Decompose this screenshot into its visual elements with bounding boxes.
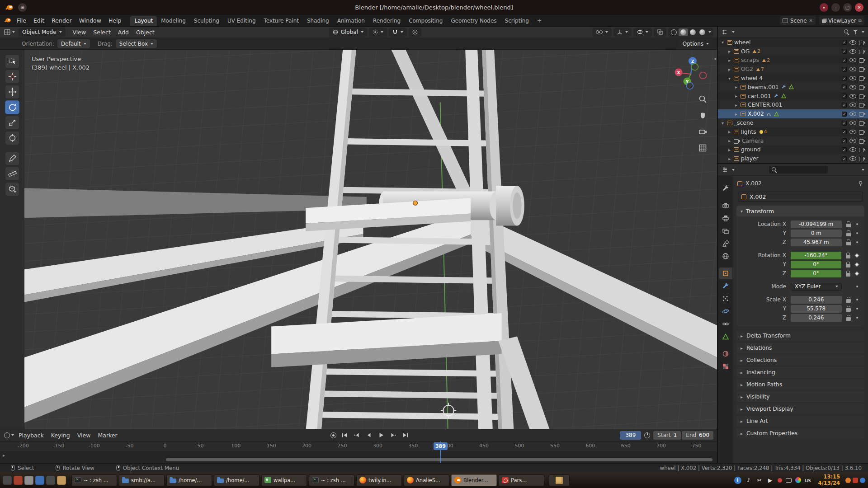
workspace-tab-animation[interactable]: Animation — [333, 16, 369, 26]
maximize-button[interactable]: ▢ — [843, 3, 852, 12]
menu-file[interactable]: File — [13, 15, 30, 26]
transform-orientation-dropdown[interactable]: Global — [329, 28, 367, 37]
viewport-menu-view[interactable]: View — [69, 27, 90, 38]
tool-transform-button[interactable] — [5, 131, 19, 145]
lock-icon[interactable] — [846, 273, 850, 277]
workspace-tab-rendering[interactable]: Rendering — [369, 16, 405, 26]
workspace-grid-icon[interactable]: ⊞ — [18, 3, 27, 12]
taskbar-window-button[interactable]: /home/... — [214, 474, 259, 486]
outliner-row-scraps[interactable]: ▸scraps2✓ — [718, 56, 868, 65]
value-field[interactable]: 0 m — [791, 230, 842, 237]
disable-in-renders-icon[interactable] — [859, 76, 865, 80]
launcher-app-red-icon[interactable] — [14, 476, 23, 485]
options-dropdown[interactable]: Options — [679, 39, 712, 48]
expand-caret-icon[interactable]: ▸ — [734, 103, 739, 108]
outliner-row--scene[interactable]: ▾_scene✓ — [718, 118, 868, 127]
properties-tab-modifiers[interactable] — [719, 280, 732, 292]
checkbox-icon[interactable]: ✓ — [842, 138, 847, 143]
viewport-menu-object[interactable]: Object — [132, 27, 158, 38]
outliner-row-center-001[interactable]: ▸CENTER.001✓ — [718, 101, 868, 110]
hide-in-viewport-icon[interactable] — [849, 121, 856, 125]
tool-scale-button[interactable] — [5, 116, 19, 130]
outliner-row-wheel[interactable]: ▾wheel✓ — [718, 38, 868, 47]
shading-material-button[interactable] — [688, 28, 698, 36]
3d-viewport[interactable]: User Perspective (389) wheel | X.002 Z X… — [0, 50, 717, 429]
workspace-tab-geometry-nodes[interactable]: Geometry Nodes — [447, 16, 500, 26]
editor-type-icon[interactable] — [4, 29, 10, 35]
checkbox-icon[interactable]: ✓ — [842, 49, 847, 54]
panel-instancing[interactable]: ▸Instancing — [736, 367, 864, 378]
timeline-menu-keying[interactable]: Keying — [47, 429, 74, 441]
menu-edit[interactable]: Edit — [30, 15, 48, 26]
menu-window[interactable]: Window — [75, 15, 105, 26]
filter-icon[interactable] — [853, 29, 858, 35]
hide-in-viewport-icon[interactable] — [849, 67, 856, 71]
launcher-app-dark-icon[interactable] — [46, 476, 55, 485]
hide-in-viewport-icon[interactable] — [849, 156, 856, 161]
lock-icon[interactable] — [846, 224, 851, 227]
notes-button[interactable] — [549, 474, 570, 486]
play-button[interactable] — [376, 431, 387, 439]
lock-icon[interactable] — [846, 308, 851, 312]
workspace-tab-sculpting[interactable]: Sculpting — [190, 16, 223, 26]
properties-tab-tool[interactable] — [719, 183, 732, 194]
shield-icon[interactable] — [853, 478, 858, 483]
taskbar-window-button[interactable]: smb://a... — [119, 474, 165, 486]
expand-caret-icon[interactable]: ▸ — [727, 129, 732, 134]
3d-viewport-canvas[interactable]: User Perspective (389) wheel | X.002 Z X… — [24, 50, 717, 429]
previous-keyframe-button[interactable] — [351, 431, 362, 439]
expand-caret-icon[interactable]: ▸ — [727, 147, 732, 152]
launcher-app-blue-icon[interactable] — [35, 476, 44, 485]
properties-tab-scene[interactable] — [719, 238, 732, 249]
properties-tab-object[interactable] — [719, 267, 732, 279]
drag-mode-dropdown[interactable]: Select Box — [116, 39, 157, 48]
animate-dot-icon[interactable] — [856, 317, 859, 319]
close-button[interactable]: ✕ — [855, 3, 863, 12]
checkbox-icon[interactable]: ✓ — [842, 58, 847, 63]
properties-tab-view-layer[interactable] — [719, 225, 732, 237]
expand-caret-icon[interactable]: ▸ — [734, 84, 739, 89]
viewport-menu-add[interactable]: Add — [114, 27, 132, 38]
outliner-row-player[interactable]: ▸player✓ — [718, 154, 868, 163]
tool-rotate-button[interactable] — [5, 100, 19, 114]
expand-caret-icon[interactable]: ▸ — [734, 94, 739, 99]
screen-icon[interactable] — [786, 478, 792, 483]
minimize-button[interactable]: – — [831, 3, 840, 12]
checkbox-icon[interactable]: ✓ — [842, 112, 847, 117]
panel-viewport-display[interactable]: ▸Viewport Display — [736, 404, 864, 414]
taskbar-window-button[interactable]: AnalieS... — [404, 474, 449, 486]
frame-start-field[interactable]: Start1 — [653, 431, 681, 440]
timeline-editor-icon[interactable] — [4, 432, 10, 438]
disable-in-renders-icon[interactable] — [859, 85, 865, 89]
outliner-row-og2[interactable]: ▸OG27✓ — [718, 65, 868, 74]
keyframe-diamond-icon[interactable] — [855, 262, 859, 267]
auto-keyframe-icon[interactable] — [330, 432, 336, 438]
disable-in-renders-icon[interactable] — [859, 147, 865, 152]
checkbox-icon[interactable]: ✓ — [842, 94, 847, 99]
tray-orange-icon[interactable] — [845, 478, 851, 483]
mode-dropdown[interactable]: Object Mode — [19, 28, 66, 37]
object-name-field[interactable]: X.002 — [738, 192, 863, 202]
record-icon[interactable] — [778, 478, 782, 483]
value-field[interactable]: 0.246 — [791, 314, 842, 322]
panel-motion-paths[interactable]: ▸Motion Paths — [736, 379, 864, 390]
timeline-scrollbar[interactable] — [166, 458, 712, 461]
animate-dot-icon[interactable] — [856, 223, 859, 225]
show-gizmo-dropdown[interactable] — [592, 28, 612, 37]
hide-in-viewport-icon[interactable] — [849, 147, 856, 152]
overlays-dropdown[interactable] — [633, 28, 652, 37]
properties-options-caret-icon[interactable] — [862, 169, 864, 171]
disable-in-renders-icon[interactable] — [859, 156, 865, 161]
disable-in-renders-icon[interactable] — [859, 40, 865, 45]
disable-in-renders-icon[interactable] — [859, 67, 865, 71]
transform-panel-header[interactable]: ▾ Transform — [736, 206, 864, 216]
checkbox-icon[interactable]: ✓ — [842, 84, 847, 89]
keyframe-diamond-icon[interactable] — [855, 253, 859, 258]
checkbox-icon[interactable]: ✓ — [842, 76, 847, 81]
properties-tab-object-data[interactable] — [719, 331, 732, 343]
expand-caret-icon[interactable]: ▾ — [720, 40, 725, 45]
hide-in-viewport-icon[interactable] — [849, 49, 856, 54]
outliner-row-x-002[interactable]: ▸X.002✓ — [718, 109, 868, 118]
disable-in-renders-icon[interactable] — [859, 103, 865, 107]
taskbar-window-button[interactable]: Pars... — [499, 474, 544, 486]
